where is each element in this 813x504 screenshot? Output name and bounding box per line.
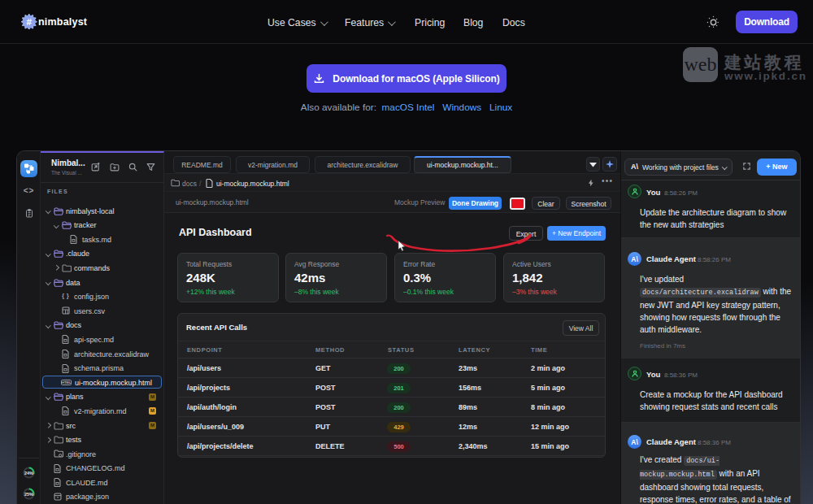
svg-text:25%: 25% bbox=[24, 492, 33, 497]
svg-text:24%: 24% bbox=[24, 471, 33, 476]
svg-text:#: # bbox=[27, 15, 33, 26]
